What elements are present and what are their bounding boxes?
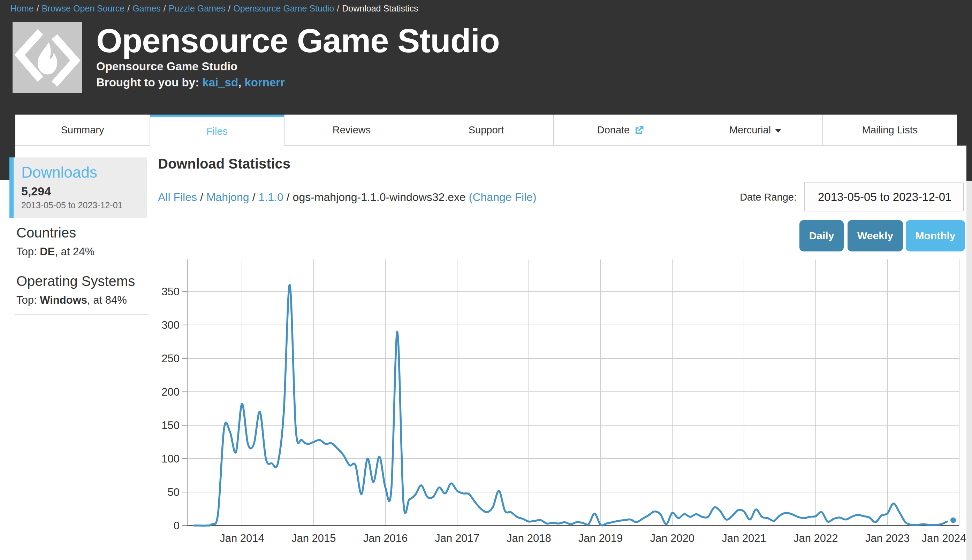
svg-text:200: 200 bbox=[161, 386, 179, 398]
monthly-button[interactable]: Monthly bbox=[906, 220, 965, 252]
svg-text:0: 0 bbox=[174, 520, 179, 532]
svg-text:Jan 2023: Jan 2023 bbox=[865, 532, 910, 544]
breadcrumb-link-puzzle-games[interactable]: Puzzle Games bbox=[169, 3, 226, 13]
file-path-breadcrumb: All Files/Mahjong/1.1.0/ogs-mahjong-1.1.… bbox=[158, 191, 537, 204]
downloads-date-range: 2013-05-05 to 2023-12-01 bbox=[21, 200, 147, 210]
top-label: Top: bbox=[17, 294, 37, 306]
top-percent: , at 24% bbox=[55, 245, 94, 258]
svg-text:50: 50 bbox=[168, 486, 179, 498]
path-separator: / bbox=[253, 191, 256, 203]
project-subtitle: Opensource Game Studio bbox=[96, 60, 238, 73]
os-label: Operating Systems bbox=[17, 273, 148, 289]
maintainer-separator: , bbox=[238, 76, 241, 89]
svg-text:Jan 2014: Jan 2014 bbox=[220, 532, 264, 544]
sidebar-item-downloads[interactable]: Downloads 5,294 2013-05-05 to 2023-12-01 bbox=[9, 157, 147, 218]
sidebar-item-operating-systems[interactable]: Operating Systems Top: Windows, at 84% bbox=[14, 267, 148, 315]
brought-by-line: Brought to you by: kai_sd, kornerr bbox=[96, 76, 285, 89]
file-path-mahjong-link[interactable]: Mahjong bbox=[206, 191, 249, 203]
tab-mercurial[interactable]: Mercurial bbox=[688, 115, 823, 145]
weekly-button[interactable]: Weekly bbox=[848, 220, 903, 252]
downloads-total: 5,294 bbox=[21, 185, 147, 198]
top-os: Windows bbox=[40, 294, 87, 306]
breadcrumb-separator: / bbox=[164, 3, 166, 13]
top-percent: , at 84% bbox=[87, 294, 127, 306]
maintainer-link-kornerr[interactable]: kornerr bbox=[244, 76, 285, 89]
os-top-stat: Top: Windows, at 84% bbox=[17, 294, 148, 307]
scrollbar-header-section bbox=[967, 0, 972, 181]
file-path-all-files-link[interactable]: All Files bbox=[158, 191, 197, 203]
sidebar-downloads-label: Downloads bbox=[21, 164, 147, 181]
tab-label: Summary bbox=[61, 124, 104, 136]
breadcrumb-link-project[interactable]: Opensource Game Studio bbox=[233, 3, 334, 13]
caret-down-icon bbox=[775, 129, 781, 133]
svg-text:Jan 2017: Jan 2017 bbox=[435, 532, 479, 544]
header: Home/Browse Open Source/Games/Puzzle Gam… bbox=[0, 0, 972, 115]
svg-text:100: 100 bbox=[161, 453, 179, 465]
breadcrumb-separator: / bbox=[37, 3, 39, 13]
svg-text:Jan 2019: Jan 2019 bbox=[579, 532, 623, 544]
breadcrumb-link-browse[interactable]: Browse Open Source bbox=[42, 3, 125, 13]
breadcrumb-current: Download Statistics bbox=[342, 3, 418, 13]
tab-label: Reviews bbox=[333, 124, 371, 136]
section-heading: Download Statistics bbox=[158, 156, 290, 172]
svg-text:Jan 2021: Jan 2021 bbox=[722, 532, 766, 544]
tab-mailing-lists[interactable]: Mailing Lists bbox=[823, 115, 957, 145]
path-separator: / bbox=[286, 191, 290, 203]
svg-text:Jan 2018: Jan 2018 bbox=[507, 532, 551, 544]
top-label: Top: bbox=[17, 245, 37, 258]
svg-text:Jan 2020: Jan 2020 bbox=[650, 532, 695, 544]
project-logo bbox=[13, 22, 82, 93]
tab-label: Support bbox=[468, 124, 504, 136]
tab-bar: Summary Files Reviews Support Donate Mer… bbox=[0, 115, 972, 145]
page-title: Opensource Game Studio bbox=[96, 22, 500, 60]
brought-by-label: Brought to you by: bbox=[96, 76, 199, 89]
tab-label: Mercurial bbox=[729, 124, 771, 136]
tab-summary[interactable]: Summary bbox=[15, 115, 150, 145]
svg-text:Jan 2024: Jan 2024 bbox=[922, 532, 967, 544]
svg-text:Jan 2016: Jan 2016 bbox=[363, 532, 408, 544]
svg-text:Jan 2015: Jan 2015 bbox=[291, 532, 336, 544]
breadcrumb-separator: / bbox=[127, 3, 130, 13]
top-country: DE bbox=[40, 245, 55, 258]
tab-label: Files bbox=[206, 126, 228, 137]
tab-reviews[interactable]: Reviews bbox=[284, 115, 419, 145]
maintainer-link-kai-sd[interactable]: kai_sd bbox=[202, 76, 238, 89]
tab-donate[interactable]: Donate bbox=[554, 115, 688, 145]
breadcrumb: Home/Browse Open Source/Games/Puzzle Gam… bbox=[10, 3, 418, 13]
countries-top-stat: Top: DE, at 24% bbox=[17, 245, 148, 258]
flame-diamond-icon bbox=[13, 22, 82, 93]
date-range-input[interactable] bbox=[804, 182, 964, 212]
date-range-label: Date Range: bbox=[697, 192, 796, 203]
svg-text:250: 250 bbox=[161, 352, 179, 365]
external-link-icon bbox=[634, 125, 644, 135]
svg-text:350: 350 bbox=[161, 285, 179, 298]
sidebar-item-countries[interactable]: Countries Top: DE, at 24% bbox=[14, 219, 148, 267]
tab-label: Mailing Lists bbox=[862, 124, 918, 136]
svg-text:300: 300 bbox=[161, 319, 179, 331]
tab-support[interactable]: Support bbox=[419, 115, 554, 145]
breadcrumb-separator: / bbox=[228, 3, 231, 13]
file-path-version-link[interactable]: 1.1.0 bbox=[259, 191, 283, 203]
breadcrumb-link-games[interactable]: Games bbox=[132, 3, 161, 13]
countries-label: Countries bbox=[17, 225, 148, 241]
current-file-name: ogs-mahjong-1.1.0-windows32.exe bbox=[293, 191, 466, 203]
svg-text:Jan 2022: Jan 2022 bbox=[793, 532, 838, 544]
tab-files[interactable]: Files bbox=[150, 115, 284, 145]
breadcrumb-separator: / bbox=[337, 3, 339, 13]
path-separator: / bbox=[200, 191, 203, 203]
change-file-link[interactable]: (Change File) bbox=[469, 191, 537, 203]
tab-label: Donate bbox=[597, 124, 630, 136]
daily-button[interactable]: Daily bbox=[800, 220, 844, 252]
breadcrumb-link-home[interactable]: Home bbox=[10, 3, 34, 13]
svg-text:150: 150 bbox=[161, 419, 179, 432]
